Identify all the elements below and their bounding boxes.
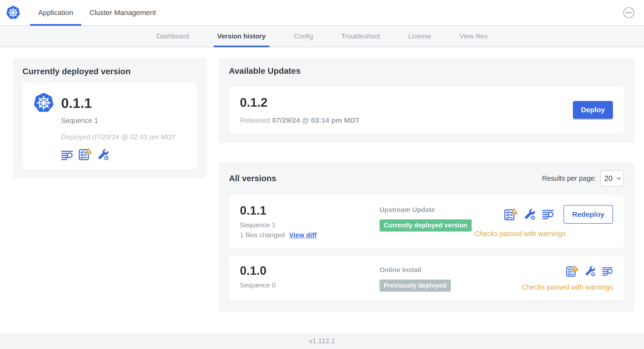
right-column: Available Updates 0.1.2 Released 07/29/2… bbox=[218, 58, 634, 312]
preflight-checks-warning-icon[interactable] bbox=[566, 265, 578, 277]
update-version-number: 0.1.2 bbox=[240, 95, 360, 110]
deploy-button[interactable]: Deploy bbox=[573, 101, 613, 119]
tab-config[interactable]: Config bbox=[294, 26, 313, 47]
kubernetes-logo bbox=[6, 4, 20, 21]
view-diff-link[interactable]: View diff bbox=[289, 231, 316, 239]
more-options-button[interactable] bbox=[623, 7, 634, 18]
deployed-version-actions bbox=[61, 148, 188, 161]
deployed-sequence: Sequence 1 bbox=[61, 117, 188, 124]
top-navbar: Application Cluster Management bbox=[0, 0, 644, 26]
available-updates-card: Available Updates 0.1.2 Released 07/29/2… bbox=[218, 58, 634, 143]
results-per-page: Results per page: 20 bbox=[542, 170, 624, 186]
released-label: Released bbox=[240, 116, 270, 124]
main-content: Currently deployed version 0.1.1 bbox=[0, 47, 644, 333]
update-released-timestamp: Released 07/29/24 @ 03:14 pm MDT bbox=[240, 116, 360, 124]
tab-troubleshoot[interactable]: Troubleshoot bbox=[341, 26, 380, 47]
status-badge: Previously deployed bbox=[380, 280, 451, 292]
view-logs-icon[interactable] bbox=[542, 209, 554, 220]
currently-deployed-card: Currently deployed version 0.1.1 bbox=[13, 58, 207, 178]
version-source-label: Online Install bbox=[380, 266, 522, 274]
preflight-status-text[interactable]: Checks passed with warnings bbox=[474, 230, 566, 238]
page-footer: v1.112.1 bbox=[0, 333, 644, 349]
deployed-version-number: 0.1.1 bbox=[61, 92, 92, 114]
app-logo bbox=[6, 0, 20, 25]
tab-application[interactable]: Application bbox=[30, 0, 82, 25]
row-version-number: 0.1.0 bbox=[240, 264, 380, 278]
row-sequence: Sequence 0 bbox=[240, 282, 380, 289]
preflight-checks-warning-icon[interactable] bbox=[504, 208, 518, 221]
currently-deployed-title: Currently deployed version bbox=[22, 66, 197, 76]
top-tabs: Application Cluster Management bbox=[30, 0, 164, 25]
all-versions-card: All versions Results per page: 20 bbox=[218, 162, 634, 312]
view-logs-icon[interactable] bbox=[602, 266, 613, 276]
currently-deployed-version-card: 0.1.1 Sequence 1 Deployed 07/29/24 @ 02:… bbox=[22, 83, 197, 169]
all-versions-title: All versions bbox=[229, 174, 276, 183]
console-version: v1.112.1 bbox=[309, 337, 335, 345]
version-source-label: Upstream Update bbox=[380, 206, 474, 214]
files-changed-label: 1 files changed bbox=[240, 231, 285, 239]
preflight-checks-warning-icon[interactable] bbox=[78, 148, 92, 161]
released-date: 07/29/24 @ 03:14 pm MDT bbox=[272, 116, 360, 124]
results-per-page-label: Results per page: bbox=[542, 174, 596, 182]
edit-config-icon[interactable] bbox=[585, 266, 596, 277]
version-row: 0.1.0 Sequence 0 Online Install Previous… bbox=[229, 256, 624, 301]
status-badge: Currently deployed version bbox=[380, 220, 472, 232]
available-updates-title: Available Updates bbox=[229, 66, 624, 76]
app-subnav: Dashboard Version history Config Trouble… bbox=[0, 26, 644, 47]
preflight-status-text[interactable]: Checks passed with warnings bbox=[522, 283, 613, 291]
version-row: 0.1.1 Sequence 1 1 files changed View di… bbox=[229, 196, 624, 248]
row-actions: Redeploy bbox=[504, 205, 613, 224]
ellipsis-icon bbox=[623, 7, 634, 18]
row-sequence: Sequence 1 bbox=[240, 221, 380, 229]
tab-license[interactable]: License bbox=[408, 26, 431, 47]
tab-dashboard[interactable]: Dashboard bbox=[156, 26, 189, 47]
tab-view-files[interactable]: View files bbox=[460, 26, 488, 47]
results-per-page-select[interactable]: 20 bbox=[600, 170, 624, 186]
edit-config-icon[interactable] bbox=[524, 208, 536, 220]
row-actions bbox=[566, 265, 613, 277]
kubernetes-logo bbox=[33, 92, 54, 114]
edit-config-icon[interactable] bbox=[98, 149, 109, 161]
row-version-number: 0.1.1 bbox=[240, 204, 380, 218]
view-logs-icon[interactable] bbox=[61, 150, 73, 161]
tab-cluster-management[interactable]: Cluster Management bbox=[82, 0, 164, 25]
update-row: 0.1.2 Released 07/29/24 @ 03:14 pm MDT D… bbox=[229, 87, 624, 133]
deployed-timestamp: Deployed 07/29/24 @ 02:43 pm MDT bbox=[61, 133, 188, 141]
tab-version-history[interactable]: Version history bbox=[218, 26, 266, 47]
redeploy-button[interactable]: Redeploy bbox=[564, 205, 613, 224]
